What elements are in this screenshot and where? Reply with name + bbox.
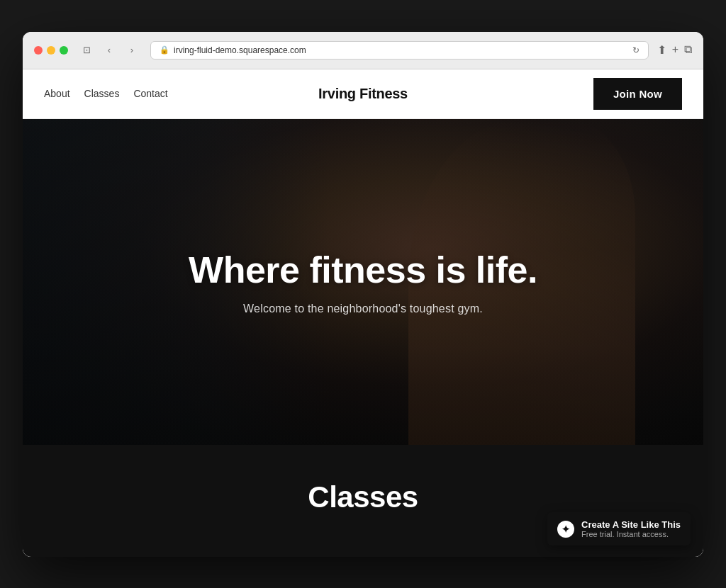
nav-about[interactable]: About [44,88,70,99]
navbar: About Classes Contact Irving Fitness Joi… [23,69,703,119]
address-bar[interactable]: 🔒 irving-fluid-demo.squarespace.com ↻ [150,41,649,60]
new-tab-icon[interactable]: + [672,43,678,57]
sidebar-toggle-icon[interactable]: ⊡ [77,40,96,60]
share-icon[interactable]: ⬆ [657,43,666,57]
squarespace-badge[interactable]: ✦ Create A Site Like This Free trial. In… [547,512,691,545]
traffic-lights [34,46,68,55]
squarespace-icon: ✦ [557,521,574,538]
duplicate-icon[interactable]: ⧉ [684,43,692,57]
browser-controls: ⊡ ‹ › [77,40,142,60]
badge-main-text: Create A Site Like This [581,519,681,530]
hero-section: Where fitness is life. Welcome to the ne… [23,119,703,445]
hero-title: Where fitness is life. [189,249,537,291]
browser-actions: ⬆ + ⧉ [657,43,692,57]
website-content: About Classes Contact Irving Fitness Joi… [23,69,703,557]
nav-links: About Classes Contact [44,88,257,99]
join-now-button[interactable]: Join Now [593,78,682,110]
classes-title: Classes [44,480,682,514]
back-button[interactable]: ‹ [99,40,119,60]
forward-button[interactable]: › [122,40,142,60]
badge-sub-text: Free trial. Instant access. [581,530,681,538]
site-title: Irving Fitness [257,86,469,102]
url-text: irving-fluid-demo.squarespace.com [174,45,306,55]
squarespace-badge-text: Create A Site Like This Free trial. Inst… [581,519,681,538]
nav-contact[interactable]: Contact [133,88,167,99]
close-button[interactable] [34,46,43,55]
browser-chrome: ⊡ ‹ › 🔒 irving-fluid-demo.squarespace.co… [23,32,703,69]
maximize-button[interactable] [60,46,68,55]
hero-content: Where fitness is life. Welcome to the ne… [189,249,537,315]
hero-subtitle: Welcome to the neighborhood's toughest g… [189,303,537,315]
refresh-icon[interactable]: ↻ [632,45,640,55]
browser-window: ⊡ ‹ › 🔒 irving-fluid-demo.squarespace.co… [23,32,703,557]
nav-classes[interactable]: Classes [84,88,120,99]
lock-icon: 🔒 [160,45,169,55]
minimize-button[interactable] [47,46,55,55]
